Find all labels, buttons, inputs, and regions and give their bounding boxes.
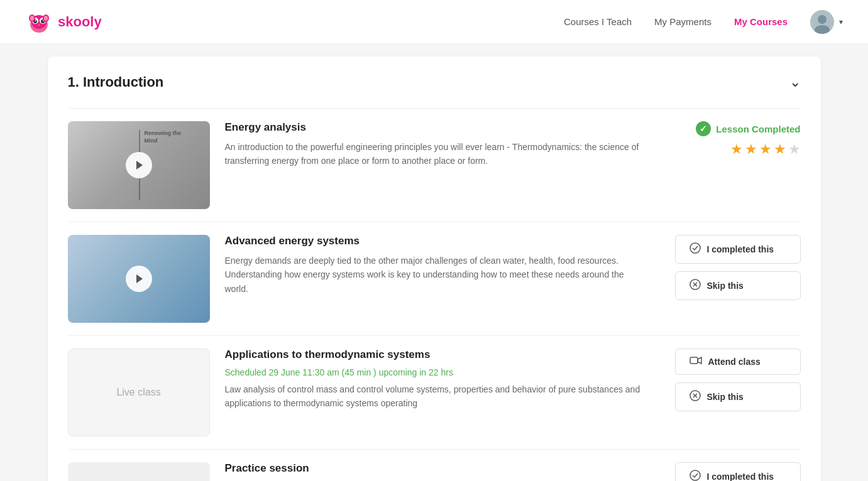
completed-check-icon: ✓ [696,121,711,136]
circle-check-icon [689,242,701,256]
lesson-actions: I completed this Skip this [662,235,801,300]
lesson-actions: Attend class Skip this [662,349,801,411]
lesson-schedule: Scheduled 29 June 11:30 am (45 min ) upc… [225,367,647,377]
book-text: Renewing theMind [145,130,182,144]
completed-this-button[interactable]: I completed this [675,235,801,264]
lesson-title: Practice session [225,462,647,475]
star-3[interactable]: ★ [759,141,772,158]
lesson-item: Renewing theMind Energy analysis An intr… [68,108,801,222]
lesson-thumbnail [68,235,210,323]
logo[interactable]: skooly [25,8,102,36]
lesson-thumbnail [68,462,210,481]
lesson-title: Applications to thermodynamic systems [225,349,647,361]
live-class-label: Live class [116,387,160,398]
play-button[interactable] [126,266,152,292]
lesson-description: Energy demands are deeply tied to the ot… [225,254,647,296]
svg-point-27 [690,470,700,480]
completed-this-label: I completed this [707,244,774,254]
lesson-actions: ✓ Lesson Completed ★ ★ ★ ★ ★ [662,121,801,158]
circle-x-icon [689,279,701,293]
svg-point-12 [44,16,48,21]
skip-this-label: Skip this [707,392,744,402]
circle-check-icon [689,470,701,481]
completed-text: Lesson Completed [716,124,800,134]
avatar [810,10,834,34]
svg-marker-16 [136,161,143,170]
svg-point-14 [818,15,827,24]
star-4[interactable]: ★ [774,141,786,158]
star-1[interactable]: ★ [730,141,743,158]
lesson-body: Practice session To practice your analyt… [225,462,647,481]
user-menu[interactable]: ▾ [810,10,843,34]
main-content: 1. Introduction ⌄ Renewing theMind Energ… [23,44,846,481]
svg-marker-23 [698,357,701,364]
navbar: skooly Courses I Teach My Payments My Co… [0,0,868,44]
svg-point-6 [35,20,36,21]
section-chevron-icon[interactable]: ⌄ [789,74,801,90]
lesson-title: Energy analysis [225,121,647,134]
circle-x-icon [689,390,701,404]
play-button[interactable] [126,152,152,178]
nav-my-courses[interactable]: My Courses [734,16,788,27]
lesson-item: Advanced energy systems Energy demands a… [68,222,801,335]
lesson-description: Law analysis of control mass and control… [225,382,647,411]
skip-this-label: Skip this [707,281,744,291]
completed-label: ✓ Lesson Completed [696,121,800,136]
lesson-thumbnail: Renewing theMind [68,121,210,209]
section-title: 1. Introduction [68,74,164,90]
practice-completed-label: I completed this [707,472,774,481]
lesson-body: Energy analysis An introduction to the p… [225,121,647,168]
attend-class-button[interactable]: Attend class [675,349,801,375]
star-2[interactable]: ★ [745,141,757,158]
lesson-thumbnail-liveclass: Live class [68,349,210,436]
section-header: 1. Introduction ⌄ [68,74,801,90]
lesson-item: Practice session To practice your analyt… [68,449,801,481]
lesson-item: Live class Applications to thermodynamic… [68,335,801,449]
section-card: 1. Introduction ⌄ Renewing theMind Energ… [48,57,821,481]
brand-name: skooly [58,14,102,30]
nav-courses-teach[interactable]: Courses I Teach [564,16,632,27]
logo-owl-icon [25,8,53,36]
svg-marker-17 [136,274,143,283]
lesson-actions: I completed this [662,462,801,481]
svg-rect-22 [690,357,698,364]
skip-this-button[interactable]: Skip this [675,271,801,300]
svg-point-18 [690,243,700,253]
user-chevron-icon: ▾ [839,18,843,26]
rating-stars: ★ ★ ★ ★ ★ [730,141,801,158]
video-icon [689,356,702,367]
nav-links: Courses I Teach My Payments My Courses ▾ [564,10,843,34]
svg-point-11 [30,16,34,21]
lesson-body: Advanced energy systems Energy demands a… [225,235,647,296]
practice-completed-button[interactable]: I completed this [675,462,801,481]
lesson-title: Advanced energy systems [225,235,647,247]
lesson-body: Applications to thermodynamic systems Sc… [225,349,647,411]
attend-class-label: Attend class [708,357,761,367]
lesson-completed-state: ✓ Lesson Completed ★ ★ ★ ★ ★ [696,121,800,158]
skip-live-button[interactable]: Skip this [675,382,801,411]
lesson-description: An introduction to the powerful engineer… [225,140,647,168]
star-5[interactable]: ★ [788,141,801,158]
nav-my-payments[interactable]: My Payments [654,16,711,27]
